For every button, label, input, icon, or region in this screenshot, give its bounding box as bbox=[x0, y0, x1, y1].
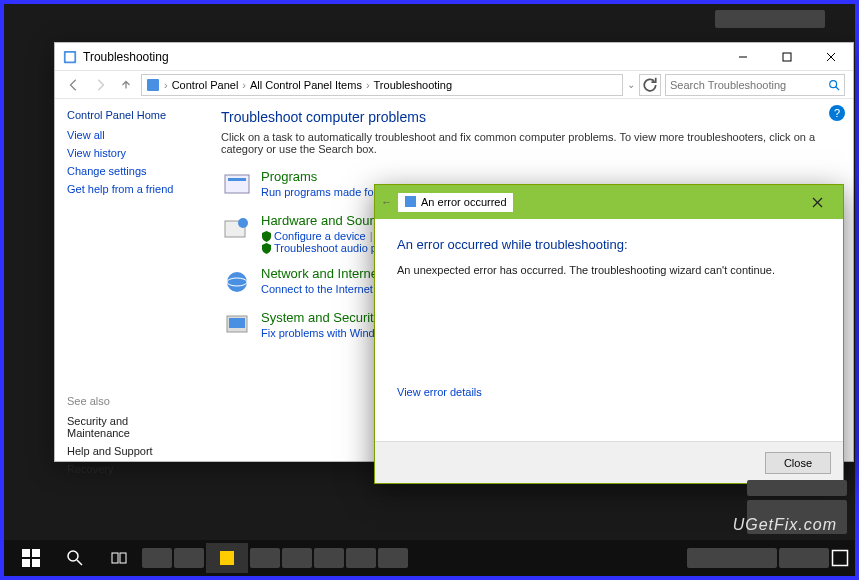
desktop: Troubleshooting › Control Panel › All Co… bbox=[4, 4, 855, 576]
dialog-close-button[interactable] bbox=[797, 185, 837, 219]
svg-point-24 bbox=[68, 551, 78, 561]
blurred-region bbox=[715, 10, 825, 28]
see-also-heading: See also bbox=[67, 395, 193, 407]
taskbar-app-icon[interactable] bbox=[346, 548, 376, 568]
svg-rect-16 bbox=[229, 318, 245, 328]
svg-rect-1 bbox=[66, 52, 75, 61]
help-icon[interactable]: ? bbox=[829, 105, 845, 121]
control-panel-icon bbox=[63, 50, 77, 64]
svg-rect-29 bbox=[833, 551, 848, 566]
blurred-region bbox=[747, 480, 847, 496]
dialog-icon bbox=[404, 195, 417, 210]
breadcrumb[interactable]: › Control Panel › All Control Panel Item… bbox=[141, 74, 623, 96]
svg-rect-20 bbox=[22, 549, 30, 557]
dialog-message: An unexpected error has occurred. The tr… bbox=[397, 264, 821, 276]
programs-icon bbox=[221, 169, 253, 201]
start-button[interactable] bbox=[10, 543, 52, 573]
breadcrumb-item[interactable]: Control Panel bbox=[172, 79, 239, 91]
category-title[interactable]: Programs bbox=[261, 169, 410, 184]
task-view-button[interactable] bbox=[98, 543, 140, 573]
svg-rect-22 bbox=[22, 559, 30, 567]
breadcrumb-dropdown[interactable]: ⌄ bbox=[627, 79, 635, 90]
taskbar-app-icon[interactable] bbox=[206, 543, 248, 573]
svg-line-8 bbox=[836, 86, 839, 89]
taskbar-app-icon[interactable] bbox=[250, 548, 280, 568]
view-error-details-link[interactable]: View error details bbox=[397, 386, 482, 398]
svg-rect-3 bbox=[783, 53, 791, 61]
sidebar-link-change-settings[interactable]: Change settings bbox=[67, 165, 193, 177]
svg-point-13 bbox=[227, 272, 247, 292]
svg-point-7 bbox=[830, 80, 837, 87]
taskbar-app-icon[interactable] bbox=[282, 548, 312, 568]
svg-rect-17 bbox=[405, 196, 416, 207]
shield-icon bbox=[261, 231, 272, 242]
sidebar-heading[interactable]: Control Panel Home bbox=[67, 109, 193, 121]
system-tray[interactable] bbox=[687, 548, 777, 568]
back-button[interactable] bbox=[63, 74, 85, 96]
svg-rect-10 bbox=[228, 178, 246, 181]
window-title: Troubleshooting bbox=[83, 50, 721, 64]
close-button[interactable] bbox=[809, 43, 853, 70]
error-dialog: ← An error occurred An error occurred wh… bbox=[374, 184, 844, 484]
dialog-body: An error occurred while troubleshooting:… bbox=[375, 219, 843, 441]
search-input[interactable] bbox=[670, 79, 824, 91]
sublink[interactable]: Connect to the Internet bbox=[261, 283, 373, 295]
search-taskbar-button[interactable] bbox=[54, 543, 96, 573]
navigation-bar: › Control Panel › All Control Panel Item… bbox=[55, 71, 853, 99]
seealso-recovery[interactable]: Recovery bbox=[67, 463, 193, 475]
svg-rect-28 bbox=[220, 551, 234, 565]
breadcrumb-item[interactable]: All Control Panel Items bbox=[250, 79, 362, 91]
svg-point-12 bbox=[238, 218, 248, 228]
svg-rect-6 bbox=[147, 79, 159, 91]
taskbar-app-icon[interactable] bbox=[378, 548, 408, 568]
dialog-heading: An error occurred while troubleshooting: bbox=[397, 237, 821, 252]
system-icon bbox=[221, 310, 253, 342]
svg-line-25 bbox=[77, 560, 82, 565]
sublink[interactable]: Configure a device bbox=[274, 230, 366, 242]
notifications-button[interactable] bbox=[831, 543, 849, 573]
search-box[interactable] bbox=[665, 74, 845, 96]
minimize-button[interactable] bbox=[721, 43, 765, 70]
page-description: Click on a task to automatically trouble… bbox=[221, 131, 837, 155]
maximize-button[interactable] bbox=[765, 43, 809, 70]
shield-icon bbox=[261, 243, 272, 254]
up-button[interactable] bbox=[115, 74, 137, 96]
svg-rect-23 bbox=[32, 559, 40, 567]
sidebar: Control Panel Home View all View history… bbox=[55, 99, 205, 461]
dialog-titlebar: ← An error occurred bbox=[375, 185, 843, 219]
search-icon bbox=[828, 79, 840, 91]
page-title: Troubleshoot computer problems bbox=[221, 109, 837, 125]
location-icon bbox=[146, 78, 160, 92]
sidebar-link-get-help[interactable]: Get help from a friend bbox=[67, 183, 193, 195]
taskbar-app-icon[interactable] bbox=[174, 548, 204, 568]
forward-button[interactable] bbox=[89, 74, 111, 96]
watermark: UGetFix.com bbox=[733, 516, 837, 534]
dialog-title-text: An error occurred bbox=[421, 196, 507, 208]
clock[interactable] bbox=[779, 548, 829, 568]
svg-rect-26 bbox=[112, 553, 118, 563]
sidebar-link-view-history[interactable]: View history bbox=[67, 147, 193, 159]
svg-rect-9 bbox=[225, 175, 249, 193]
titlebar: Troubleshooting bbox=[55, 43, 853, 71]
close-button[interactable]: Close bbox=[765, 452, 831, 474]
svg-rect-27 bbox=[120, 553, 126, 563]
seealso-help[interactable]: Help and Support bbox=[67, 445, 193, 457]
hardware-icon bbox=[221, 213, 253, 245]
taskbar-app-icon[interactable] bbox=[142, 548, 172, 568]
dialog-footer: Close bbox=[375, 441, 843, 483]
network-icon bbox=[221, 266, 253, 298]
back-arrow-icon[interactable]: ← bbox=[381, 196, 392, 208]
seealso-security[interactable]: Security and Maintenance bbox=[67, 415, 193, 439]
breadcrumb-item[interactable]: Troubleshooting bbox=[374, 79, 452, 91]
refresh-button[interactable] bbox=[639, 74, 661, 96]
taskbar-app-icon[interactable] bbox=[314, 548, 344, 568]
svg-rect-21 bbox=[32, 549, 40, 557]
sidebar-link-view-all[interactable]: View all bbox=[67, 129, 193, 141]
taskbar bbox=[4, 540, 855, 576]
